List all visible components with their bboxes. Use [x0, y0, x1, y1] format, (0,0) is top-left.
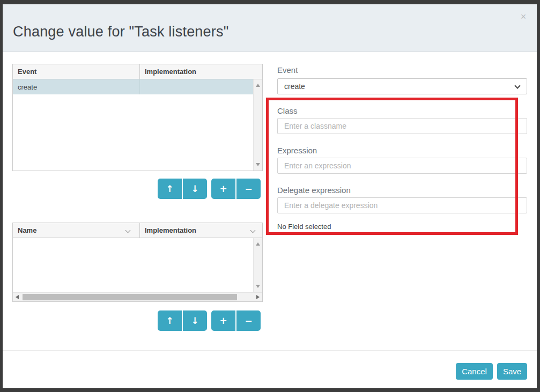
fields-table-header: Name Implementation: [13, 223, 262, 238]
vertical-scrollbar[interactable]: [253, 79, 262, 171]
move-up-button[interactable]: ↑: [158, 310, 182, 331]
scroll-down-icon[interactable]: [256, 163, 260, 166]
minus-icon: −: [245, 315, 252, 326]
event-select-value: create: [284, 82, 305, 91]
event-table-body: create: [13, 79, 262, 171]
plus-icon: +: [219, 183, 227, 194]
column-header-implementation-2[interactable]: Implementation: [139, 223, 262, 238]
chevron-down-icon: [250, 228, 256, 233]
column-header-event-label: Event: [18, 68, 36, 76]
event-table-toolbar: ↑ ↓ + −: [158, 179, 261, 199]
plus-icon: +: [219, 315, 227, 326]
edit-button-group: + −: [211, 310, 261, 331]
table-row[interactable]: create: [13, 79, 254, 94]
scroll-right-icon[interactable]: [256, 295, 260, 299]
arrow-down-icon: ↓: [191, 315, 198, 326]
scroll-down-icon[interactable]: [256, 285, 260, 288]
minus-icon: −: [245, 183, 252, 194]
column-header-name[interactable]: Name: [13, 223, 139, 238]
move-button-group: ↑ ↓: [158, 179, 207, 199]
event-select[interactable]: create: [277, 78, 527, 94]
arrow-up-icon: ↑: [166, 315, 173, 326]
implementation-cell: [139, 79, 254, 94]
screen-backdrop: Change value for "Task listeners" × Even…: [0, 0, 540, 392]
horizontal-scrollbar[interactable]: [13, 292, 262, 301]
event-table-header: Event Implementation: [13, 64, 262, 79]
arrow-down-icon: ↓: [191, 183, 198, 194]
scroll-up-icon[interactable]: [256, 242, 260, 246]
add-listener-button[interactable]: +: [211, 179, 235, 199]
dialog-footer: Cancel Save: [3, 350, 537, 388]
column-header-implementation-label: Implementation: [145, 68, 196, 76]
column-header-implementation: Implementation: [139, 64, 262, 79]
fields-table-toolbar: ↑ ↓ + −: [158, 310, 261, 331]
fields-table: Name Implementation: [12, 223, 263, 302]
event-label: Event: [277, 65, 298, 75]
expression-label: Expression: [277, 146, 317, 155]
move-down-button[interactable]: ↓: [183, 310, 207, 331]
expression-input[interactable]: [277, 158, 527, 174]
remove-listener-button[interactable]: −: [236, 179, 261, 199]
class-label: Class: [277, 106, 298, 115]
fields-table-body: [13, 238, 262, 292]
save-button[interactable]: Save: [497, 363, 527, 380]
chevron-down-icon: [125, 228, 131, 233]
close-icon: ×: [521, 11, 527, 22]
add-field-button[interactable]: +: [211, 310, 235, 331]
chevron-down-icon: [514, 83, 520, 88]
column-header-implementation-2-label: Implementation: [145, 226, 196, 234]
no-field-selected-text: No Field selected: [277, 223, 331, 231]
arrow-up-icon: ↑: [166, 183, 173, 194]
move-button-group: ↑ ↓: [158, 310, 207, 331]
column-header-event: Event: [13, 64, 139, 79]
event-cell: create: [13, 79, 139, 94]
dialog-header: Change value for "Task listeners" ×: [3, 4, 537, 52]
dialog-title: Change value for "Task listeners": [13, 24, 228, 40]
scroll-up-icon[interactable]: [256, 84, 260, 87]
scroll-left-icon[interactable]: [16, 295, 19, 299]
column-header-name-label: Name: [18, 226, 36, 234]
delegate-expression-label: Delegate expression: [277, 186, 351, 195]
delegate-expression-input[interactable]: [277, 197, 527, 213]
event-listeners-table: Event Implementation create: [12, 64, 263, 171]
edit-button-group: + −: [211, 179, 261, 199]
move-down-button[interactable]: ↓: [183, 179, 207, 199]
task-listeners-dialog: Change value for "Task listeners" × Even…: [3, 4, 537, 388]
remove-field-button[interactable]: −: [236, 310, 261, 331]
move-up-button[interactable]: ↑: [158, 179, 182, 199]
scrollbar-thumb[interactable]: [23, 294, 237, 300]
vertical-scrollbar[interactable]: [253, 238, 262, 292]
class-input[interactable]: [277, 118, 527, 134]
cancel-button[interactable]: Cancel: [456, 363, 493, 380]
close-button[interactable]: ×: [517, 11, 529, 23]
